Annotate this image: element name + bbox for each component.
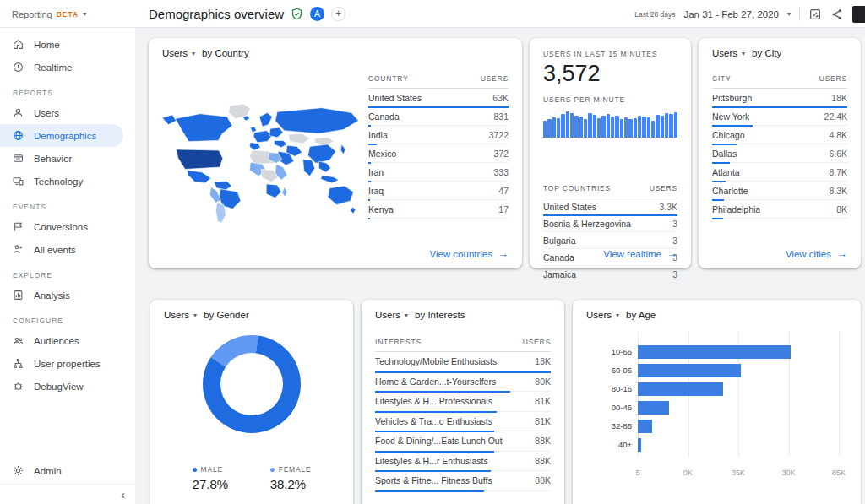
metric-selector[interactable]: Users (712, 48, 737, 58)
table-header: INTERESTS USERS (375, 333, 551, 352)
sidebar-item-users[interactable]: Users (0, 101, 123, 124)
sidebar-item-conversions[interactable]: Conversions (0, 215, 123, 238)
sidebar-section-label: EVENTS (0, 192, 135, 215)
sidebar-item-user-properties[interactable]: User properties (0, 352, 123, 375)
row-name: Sports & Fitne... Fitness Buffs (375, 475, 492, 485)
view-cities-link[interactable]: View cities → (786, 247, 847, 260)
users-by-gender-card: Users ▾ by Gender MALE 27.8% FEMALE 38.2… (150, 300, 353, 504)
users-per-minute-sparkline (543, 110, 677, 138)
user-icon (13, 107, 24, 118)
users-by-interests-card: Users ▾ by Interests INTERESTS USERS Tec… (362, 300, 564, 504)
chevron-down-icon[interactable]: ▾ (787, 10, 791, 18)
table-row: Technology/Mobile Enthusiasts18K (375, 352, 551, 372)
sidebar-item-label: Admin (34, 466, 62, 476)
row-value: 63K (492, 93, 509, 103)
sidebar-item-home[interactable]: Home (0, 33, 123, 56)
row-name: Food & Dining/...Eats Lunch Out (375, 436, 503, 446)
minute-bar (651, 121, 655, 138)
table-body: Technology/Mobile Enthusiasts18KHome & G… (375, 352, 551, 491)
value-bar (368, 199, 370, 201)
minute-bar (669, 114, 672, 138)
age-axis-ticks: 50K35K30K85K (638, 469, 839, 479)
age-bar-chart: 10-6660-0680-1600-4632-8640+ 50K35K30K85… (598, 332, 839, 479)
reporting-label: Reporting (12, 9, 52, 19)
customize-report-icon[interactable] (808, 8, 822, 21)
view-realtime-link[interactable]: View realtime → (603, 247, 677, 260)
analytics-app: Reporting BETA ▾ Demographics overview A… (0, 0, 865, 504)
sidebar-item-realtime[interactable]: Realtime (0, 56, 123, 79)
age-bar-row (638, 420, 839, 433)
age-category-labels: 10-6660-0680-1600-4632-8640+ (598, 345, 632, 452)
collapse-sidebar-icon[interactable]: ‹ (121, 488, 125, 501)
add-account-button[interactable]: + (331, 7, 345, 21)
sidebar-item-all-events[interactable]: All events (0, 238, 123, 261)
row-name: Canada (368, 111, 400, 122)
table-row: Charlotte8.3K (712, 182, 847, 200)
card-header: Users ▾ by Age (573, 300, 861, 322)
sidebar-item-technology[interactable]: Technology (0, 170, 123, 192)
table-row: Canada831 (368, 107, 509, 126)
minute-bar (588, 113, 591, 138)
table-row: Iran333 (368, 163, 509, 182)
table-row: Pittsburgh18K (712, 89, 847, 107)
minute-bar (628, 119, 632, 138)
minute-bar (674, 112, 677, 138)
minute-bar (552, 117, 556, 138)
sidebar-item-label: Conversions (34, 222, 88, 232)
male-percentage: 27.8% (193, 477, 229, 491)
devices-icon (13, 176, 24, 187)
metric-selector[interactable]: Users (375, 310, 400, 320)
chevron-down-icon[interactable]: ▾ (616, 312, 619, 319)
chevron-down-icon[interactable]: ▾ (193, 312, 197, 319)
row-value: 18K (535, 356, 551, 366)
beta-badge: BETA (57, 10, 79, 19)
row-name: Technology/Mobile Enthusiasts (375, 356, 497, 366)
world-map (155, 79, 368, 244)
sidebar-item-audiences[interactable]: Audiences (0, 329, 123, 352)
sidebar-item-demographics[interactable]: Demographics (0, 124, 123, 147)
view-countries-link[interactable]: View countries → (429, 247, 509, 260)
sidebar-item-label: Audiences (34, 336, 79, 346)
row-value: 8.7K (829, 167, 847, 177)
minute-bar (624, 117, 628, 138)
users-last-15-label: USERS IN LAST 15 MINUTES (543, 50, 677, 58)
row-value: 88K (535, 436, 551, 446)
metric-selector[interactable]: Users (162, 48, 188, 58)
female-dot-icon (270, 468, 275, 472)
avatar[interactable]: A (310, 7, 324, 21)
minute-bar (665, 113, 668, 138)
sidebar: HomeRealtimeREPORTSUsersDemographicsBeha… (0, 28, 135, 504)
table-row: Lifestyles & H...r Enthusiasts88K (375, 452, 551, 472)
insights-icon[interactable] (852, 6, 865, 23)
age-bar-row (638, 364, 839, 377)
chevron-down-icon[interactable]: ▾ (742, 50, 745, 57)
axis-tick-label: 35K (732, 469, 745, 477)
value-bar (375, 371, 551, 373)
arrow-right-icon: → (836, 247, 847, 260)
users-by-country-card: Users ▾ by Country (149, 38, 522, 268)
value-bar (375, 490, 484, 492)
flag-icon (13, 221, 24, 232)
chevron-down-icon[interactable]: ▾ (192, 50, 195, 57)
reporting-menu[interactable]: Reporting BETA ▾ (12, 0, 86, 28)
sidebar-item-admin[interactable]: Admin (0, 459, 123, 482)
users-per-minute-label: USERS PER MINUTE (543, 95, 677, 104)
table-row: Home & Garden...t-Yourselfers80K (375, 372, 551, 393)
age-category-label: 40+ (598, 438, 632, 452)
sidebar-item-debugview[interactable]: DebugView (0, 375, 123, 398)
date-range-selector[interactable]: Jan 31 - Feb 27, 2020 (683, 9, 779, 19)
table-row: Kenya17 (368, 200, 509, 219)
realtime-summary: USERS IN LAST 15 MINUTES 3,572 USERS PER… (530, 38, 691, 138)
sidebar-item-behavior[interactable]: Behavior (0, 147, 123, 170)
share-icon[interactable] (830, 8, 844, 21)
metric-selector[interactable]: Users (586, 310, 612, 320)
value-bar (375, 470, 491, 472)
chevron-down-icon[interactable]: ▾ (405, 312, 408, 319)
row-name: Lifestyles & H...r Enthusiasts (375, 456, 488, 466)
row-name: Dallas (712, 149, 737, 159)
sidebar-item-label: All events (34, 245, 76, 255)
dimension-label: by City (752, 48, 781, 58)
minute-bar (634, 118, 637, 138)
sidebar-item-analysis[interactable]: Analysis (0, 284, 123, 306)
metric-selector[interactable]: Users (164, 310, 189, 320)
